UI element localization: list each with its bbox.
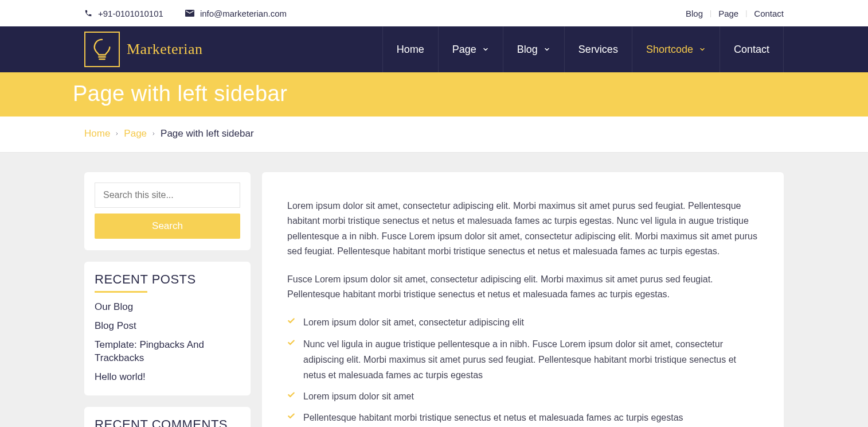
nav-item-page[interactable]: Page xyxy=(438,26,503,72)
topbar-phone-text: +91-0101010101 xyxy=(98,9,163,18)
list-item: Lorem ipsum dolor sit amet xyxy=(287,389,758,404)
breadcrumb-wrap: HomePagePage with left sidebar xyxy=(0,117,868,153)
topbar-email: info@marketerian.com xyxy=(185,9,287,18)
list-item-text: Lorem ipsum dolor sit amet, consectetur … xyxy=(303,317,524,327)
breadcrumb-item[interactable]: Home xyxy=(84,128,110,139)
list-item: Lorem ipsum dolor sit amet, consectetur … xyxy=(287,315,758,330)
recent-post-link[interactable]: Our Blog xyxy=(95,301,240,314)
search-input[interactable] xyxy=(95,183,240,208)
topbar: +91-0101010101 info@marketerian.com Blog… xyxy=(0,0,868,26)
chevron-down-icon xyxy=(544,46,550,53)
recent-posts-widget: RECENT POSTS Our BlogBlog PostTemplate: … xyxy=(84,262,251,395)
list-item: Nunc vel ligula in augue tristique pelle… xyxy=(287,336,758,383)
recent-posts-list: Our BlogBlog PostTemplate: Pingbacks And… xyxy=(95,301,240,384)
check-icon xyxy=(287,412,295,420)
brand-name: Marketerian xyxy=(127,41,203,58)
recent-post-link[interactable]: Template: Pingbacks And Trackbacks xyxy=(95,339,240,365)
main-nav: Marketerian HomePageBlogServicesShortcod… xyxy=(0,26,868,72)
paragraph: Fusce Lorem ipsum dolor sit amet, consec… xyxy=(287,272,758,302)
check-icon xyxy=(287,317,295,325)
topbar-link-page[interactable]: Page xyxy=(718,9,738,18)
topbar-links: Blog | Page | Contact xyxy=(686,9,784,18)
paragraph: Lorem ipsum dolor sit amet, consectetur … xyxy=(287,199,758,259)
list-item: Pellentesque habitant morbi tristique se… xyxy=(287,410,758,425)
nav-item-label: Shortcode xyxy=(646,44,693,56)
phone-icon xyxy=(84,9,92,17)
chevron-down-icon xyxy=(699,46,706,53)
chevron-right-icon xyxy=(151,130,156,137)
list-item-text: Pellentesque habitant morbi tristique se… xyxy=(303,413,683,422)
check-icon xyxy=(287,391,295,399)
search-button[interactable]: Search xyxy=(95,214,240,239)
envelope-icon xyxy=(185,10,194,17)
breadcrumb-item: Page with left sidebar xyxy=(161,128,254,139)
topbar-email-text: info@marketerian.com xyxy=(200,9,287,18)
nav-item-label: Home xyxy=(397,44,424,56)
nav-item-shortcode[interactable]: Shortcode xyxy=(632,26,720,72)
nav-item-label: Blog xyxy=(517,44,538,56)
nav-item-label: Services xyxy=(578,44,618,56)
recent-post-link[interactable]: Hello world! xyxy=(95,371,240,384)
topbar-separator: | xyxy=(710,9,711,17)
page-title-bar: Page with left sidebar xyxy=(0,72,868,117)
brand-logo-icon xyxy=(84,32,120,67)
list-item-text: Lorem ipsum dolor sit amet xyxy=(303,391,414,401)
nav-links: HomePageBlogServicesShortcodeContact xyxy=(382,26,784,72)
main-content: Lorem ipsum dolor sit amet, consectetur … xyxy=(262,172,784,427)
topbar-link-blog[interactable]: Blog xyxy=(686,9,703,18)
page-title: Page with left sidebar xyxy=(73,81,795,106)
recent-post-link[interactable]: Blog Post xyxy=(95,320,240,333)
nav-item-blog[interactable]: Blog xyxy=(503,26,564,72)
search-widget: Search xyxy=(84,172,251,250)
nav-item-label: Page xyxy=(452,44,476,56)
chevron-right-icon xyxy=(115,130,119,137)
widget-title: RECENT POSTS xyxy=(95,272,240,293)
topbar-phone: +91-0101010101 xyxy=(84,9,163,18)
breadcrumb: HomePagePage with left sidebar xyxy=(84,117,784,152)
breadcrumb-item[interactable]: Page xyxy=(124,128,147,139)
recent-comments-widget: RECENT COMMENTS xyxy=(84,407,251,427)
nav-item-label: Contact xyxy=(734,44,769,56)
nav-item-contact[interactable]: Contact xyxy=(720,26,784,72)
sidebar: Search RECENT POSTS Our BlogBlog PostTem… xyxy=(84,172,251,427)
widget-title: RECENT COMMENTS xyxy=(95,417,240,427)
nav-item-home[interactable]: Home xyxy=(382,26,438,72)
list-item-text: Nunc vel ligula in augue tristique pelle… xyxy=(303,339,736,380)
topbar-link-contact[interactable]: Contact xyxy=(754,9,784,18)
topbar-separator: | xyxy=(745,9,747,17)
check-icon xyxy=(287,339,295,347)
bullet-list: Lorem ipsum dolor sit amet, consectetur … xyxy=(287,315,758,425)
page-body: Search RECENT POSTS Our BlogBlog PostTem… xyxy=(0,153,868,427)
brand[interactable]: Marketerian xyxy=(84,32,203,67)
chevron-down-icon xyxy=(482,46,489,53)
nav-item-services[interactable]: Services xyxy=(564,26,632,72)
